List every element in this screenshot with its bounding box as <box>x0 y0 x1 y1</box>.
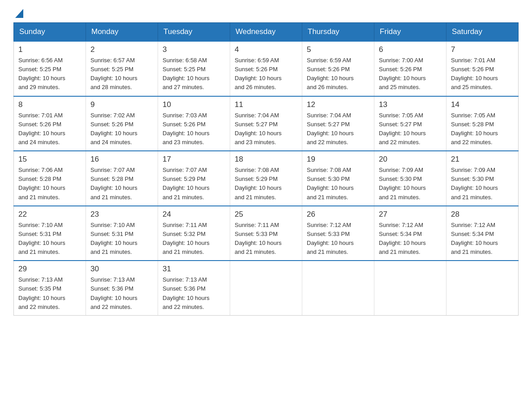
day-info: Sunrise: 7:07 AM Sunset: 5:29 PM Dayligh… <box>163 166 225 202</box>
calendar-cell: 2Sunrise: 6:57 AM Sunset: 5:25 PM Daylig… <box>86 41 158 96</box>
day-number: 7 <box>451 45 514 54</box>
weekday-header-saturday: Saturday <box>446 23 519 42</box>
day-info: Sunrise: 7:07 AM Sunset: 5:28 PM Dayligh… <box>90 166 153 202</box>
calendar-cell: 10Sunrise: 7:03 AM Sunset: 5:26 PM Dayli… <box>158 96 230 151</box>
day-number: 12 <box>307 100 369 109</box>
calendar-cell <box>230 261 302 315</box>
day-number: 13 <box>379 100 442 109</box>
day-number: 4 <box>235 45 297 54</box>
day-info: Sunrise: 7:13 AM Sunset: 5:36 PM Dayligh… <box>163 275 225 312</box>
day-number: 1 <box>18 45 81 54</box>
day-info: Sunrise: 7:09 AM Sunset: 5:30 PM Dayligh… <box>451 166 514 202</box>
calendar-cell <box>302 261 374 315</box>
day-info: Sunrise: 7:01 AM Sunset: 5:26 PM Dayligh… <box>451 56 514 92</box>
day-number: 15 <box>18 155 81 164</box>
day-info: Sunrise: 7:00 AM Sunset: 5:26 PM Dayligh… <box>379 56 442 92</box>
day-info: Sunrise: 7:13 AM Sunset: 5:35 PM Dayligh… <box>18 275 81 312</box>
day-info: Sunrise: 7:04 AM Sunset: 5:27 PM Dayligh… <box>307 111 369 147</box>
day-info: Sunrise: 7:09 AM Sunset: 5:30 PM Dayligh… <box>379 166 442 202</box>
calendar-cell: 4Sunrise: 6:59 AM Sunset: 5:26 PM Daylig… <box>230 41 302 96</box>
day-info: Sunrise: 7:12 AM Sunset: 5:34 PM Dayligh… <box>379 221 442 257</box>
day-number: 23 <box>90 210 153 219</box>
day-number: 29 <box>18 265 81 274</box>
calendar-cell: 17Sunrise: 7:07 AM Sunset: 5:29 PM Dayli… <box>158 151 230 206</box>
day-info: Sunrise: 7:11 AM Sunset: 5:33 PM Dayligh… <box>235 221 297 257</box>
day-number: 14 <box>451 100 514 109</box>
page-header <box>13 9 519 18</box>
day-info: Sunrise: 7:05 AM Sunset: 5:28 PM Dayligh… <box>451 111 514 147</box>
weekday-header-sunday: Sunday <box>14 23 86 42</box>
day-number: 17 <box>163 155 225 164</box>
day-number: 3 <box>163 45 225 54</box>
day-number: 24 <box>163 210 225 219</box>
calendar-cell: 25Sunrise: 7:11 AM Sunset: 5:33 PM Dayli… <box>230 206 302 261</box>
day-info: Sunrise: 7:02 AM Sunset: 5:26 PM Dayligh… <box>90 111 153 147</box>
day-number: 5 <box>307 45 369 54</box>
calendar-week-row: 8Sunrise: 7:01 AM Sunset: 5:26 PM Daylig… <box>14 96 519 151</box>
calendar-table: SundayMondayTuesdayWednesdayThursdayFrid… <box>13 22 519 316</box>
calendar-cell: 13Sunrise: 7:05 AM Sunset: 5:27 PM Dayli… <box>374 96 446 151</box>
calendar-cell: 15Sunrise: 7:06 AM Sunset: 5:28 PM Dayli… <box>14 151 86 206</box>
logo-icon <box>15 9 23 18</box>
calendar-week-row: 15Sunrise: 7:06 AM Sunset: 5:28 PM Dayli… <box>14 151 519 206</box>
day-number: 26 <box>307 210 369 219</box>
calendar-week-row: 29Sunrise: 7:13 AM Sunset: 5:35 PM Dayli… <box>14 261 519 315</box>
calendar-cell <box>374 261 446 315</box>
calendar-cell: 30Sunrise: 7:13 AM Sunset: 5:36 PM Dayli… <box>86 261 158 315</box>
calendar-cell: 20Sunrise: 7:09 AM Sunset: 5:30 PM Dayli… <box>374 151 446 206</box>
calendar-cell: 3Sunrise: 6:58 AM Sunset: 5:25 PM Daylig… <box>158 41 230 96</box>
calendar-cell: 18Sunrise: 7:08 AM Sunset: 5:29 PM Dayli… <box>230 151 302 206</box>
day-info: Sunrise: 7:03 AM Sunset: 5:26 PM Dayligh… <box>163 111 225 147</box>
calendar-cell: 21Sunrise: 7:09 AM Sunset: 5:30 PM Dayli… <box>446 151 519 206</box>
calendar-cell: 26Sunrise: 7:12 AM Sunset: 5:33 PM Dayli… <box>302 206 374 261</box>
day-info: Sunrise: 7:12 AM Sunset: 5:34 PM Dayligh… <box>451 221 514 257</box>
svg-marker-0 <box>15 9 23 18</box>
day-info: Sunrise: 7:08 AM Sunset: 5:29 PM Dayligh… <box>235 166 297 202</box>
calendar-cell: 5Sunrise: 6:59 AM Sunset: 5:26 PM Daylig… <box>302 41 374 96</box>
calendar-cell: 6Sunrise: 7:00 AM Sunset: 5:26 PM Daylig… <box>374 41 446 96</box>
day-info: Sunrise: 7:11 AM Sunset: 5:32 PM Dayligh… <box>163 221 225 257</box>
calendar-cell: 31Sunrise: 7:13 AM Sunset: 5:36 PM Dayli… <box>158 261 230 315</box>
day-number: 19 <box>307 155 369 164</box>
calendar-cell: 12Sunrise: 7:04 AM Sunset: 5:27 PM Dayli… <box>302 96 374 151</box>
day-info: Sunrise: 6:59 AM Sunset: 5:26 PM Dayligh… <box>307 56 369 92</box>
calendar-cell <box>446 261 519 315</box>
day-number: 6 <box>379 45 442 54</box>
calendar-cell: 7Sunrise: 7:01 AM Sunset: 5:26 PM Daylig… <box>446 41 519 96</box>
day-number: 22 <box>18 210 81 219</box>
weekday-header-monday: Monday <box>86 23 158 42</box>
weekday-header-wednesday: Wednesday <box>230 23 302 42</box>
weekday-header-tuesday: Tuesday <box>158 23 230 42</box>
calendar-cell: 1Sunrise: 6:56 AM Sunset: 5:25 PM Daylig… <box>14 41 86 96</box>
calendar-cell: 16Sunrise: 7:07 AM Sunset: 5:28 PM Dayli… <box>86 151 158 206</box>
day-number: 31 <box>163 265 225 274</box>
day-number: 27 <box>379 210 442 219</box>
calendar-cell: 23Sunrise: 7:10 AM Sunset: 5:31 PM Dayli… <box>86 206 158 261</box>
day-info: Sunrise: 7:05 AM Sunset: 5:27 PM Dayligh… <box>379 111 442 147</box>
day-number: 25 <box>235 210 297 219</box>
calendar-cell: 24Sunrise: 7:11 AM Sunset: 5:32 PM Dayli… <box>158 206 230 261</box>
day-number: 10 <box>163 100 225 109</box>
day-info: Sunrise: 7:04 AM Sunset: 5:27 PM Dayligh… <box>235 111 297 147</box>
day-info: Sunrise: 6:56 AM Sunset: 5:25 PM Dayligh… <box>18 56 81 92</box>
calendar-week-row: 22Sunrise: 7:10 AM Sunset: 5:31 PM Dayli… <box>14 206 519 261</box>
weekday-header-thursday: Thursday <box>302 23 374 42</box>
day-info: Sunrise: 7:06 AM Sunset: 5:28 PM Dayligh… <box>18 166 81 202</box>
weekday-header-friday: Friday <box>374 23 446 42</box>
day-info: Sunrise: 7:12 AM Sunset: 5:33 PM Dayligh… <box>307 221 369 257</box>
day-info: Sunrise: 7:13 AM Sunset: 5:36 PM Dayligh… <box>90 275 153 312</box>
calendar-cell: 11Sunrise: 7:04 AM Sunset: 5:27 PM Dayli… <box>230 96 302 151</box>
calendar-week-row: 1Sunrise: 6:56 AM Sunset: 5:25 PM Daylig… <box>14 41 519 96</box>
day-info: Sunrise: 6:58 AM Sunset: 5:25 PM Dayligh… <box>163 56 225 92</box>
calendar-cell: 8Sunrise: 7:01 AM Sunset: 5:26 PM Daylig… <box>14 96 86 151</box>
calendar-cell: 14Sunrise: 7:05 AM Sunset: 5:28 PM Dayli… <box>446 96 519 151</box>
calendar-cell: 9Sunrise: 7:02 AM Sunset: 5:26 PM Daylig… <box>86 96 158 151</box>
day-info: Sunrise: 7:01 AM Sunset: 5:26 PM Dayligh… <box>18 111 81 147</box>
day-number: 9 <box>90 100 153 109</box>
day-info: Sunrise: 7:08 AM Sunset: 5:30 PM Dayligh… <box>307 166 369 202</box>
day-info: Sunrise: 6:59 AM Sunset: 5:26 PM Dayligh… <box>235 56 297 92</box>
day-number: 8 <box>18 100 81 109</box>
day-number: 28 <box>451 210 514 219</box>
logo <box>13 9 23 18</box>
calendar-cell: 19Sunrise: 7:08 AM Sunset: 5:30 PM Dayli… <box>302 151 374 206</box>
